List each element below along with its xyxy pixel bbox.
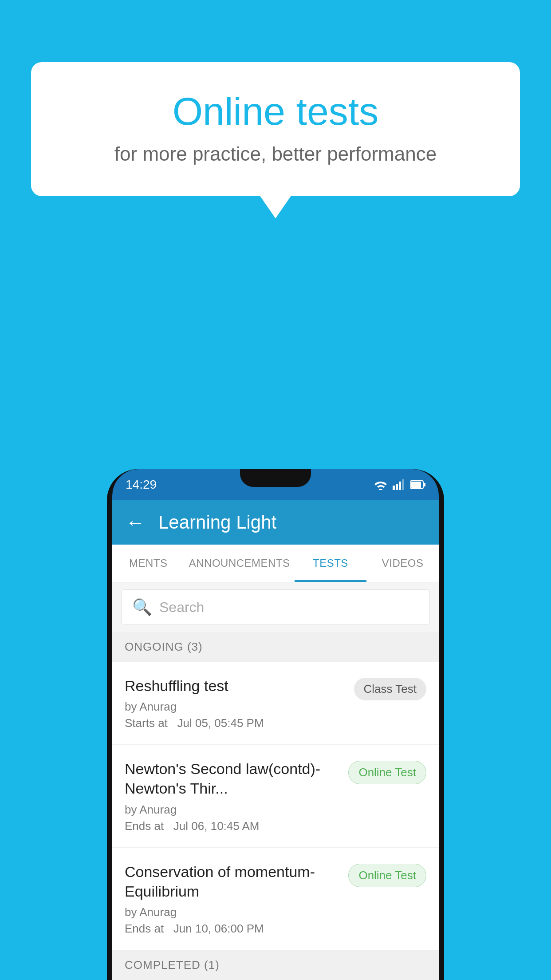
tab-tests[interactable]: TESTS xyxy=(295,545,367,582)
phone-frame: 14:29 xyxy=(107,469,444,980)
search-icon: 🔍 xyxy=(132,598,152,616)
test-author-2: by Anurag xyxy=(125,803,339,817)
speech-bubble-title: Online tests xyxy=(67,89,484,134)
speech-bubble: Online tests for more practice, better p… xyxy=(31,62,520,196)
svg-rect-3 xyxy=(402,479,404,490)
completed-section-header: COMPLETED (1) xyxy=(112,950,439,980)
list-item[interactable]: Newton's Second law(contd)-Newton's Thir… xyxy=(112,745,439,847)
test-info-3: Conservation of momentum-Equilibrium by … xyxy=(125,862,348,936)
app-header: ← Learning Light xyxy=(112,500,439,545)
search-bar[interactable]: 🔍 Search xyxy=(121,589,430,625)
tab-announcements[interactable]: ANNOUNCEMENTS xyxy=(185,545,295,582)
speech-bubble-container: Online tests for more practice, better p… xyxy=(31,62,520,196)
test-title-2: Newton's Second law(contd)-Newton's Thir… xyxy=(125,759,339,798)
svg-rect-5 xyxy=(411,482,421,488)
test-author-1: by Anurag xyxy=(125,700,345,714)
test-badge-2: Online Test xyxy=(348,761,426,784)
status-time: 14:29 xyxy=(126,478,157,492)
test-title-1: Reshuffling test xyxy=(125,676,345,695)
ongoing-section-header: ONGOING (3) xyxy=(112,632,439,662)
search-input[interactable]: Search xyxy=(159,599,204,616)
list-item[interactable]: Reshuffling test by Anurag Starts at Jul… xyxy=(112,662,439,745)
test-info-1: Reshuffling test by Anurag Starts at Jul… xyxy=(125,676,354,730)
list-item[interactable]: Conservation of momentum-Equilibrium by … xyxy=(112,848,439,950)
test-time-1: Starts at Jul 05, 05:45 PM xyxy=(125,716,345,730)
test-info-2: Newton's Second law(contd)-Newton's Thir… xyxy=(125,759,348,833)
test-badge-3: Online Test xyxy=(348,864,426,887)
search-container: 🔍 Search xyxy=(112,582,439,632)
status-bar: 14:29 xyxy=(112,469,439,500)
battery-icon xyxy=(410,480,425,490)
wifi-icon xyxy=(374,479,387,490)
signal-icon xyxy=(393,479,405,490)
test-time-2: Ends at Jul 06, 10:45 AM xyxy=(125,819,339,833)
test-time-3: Ends at Jun 10, 06:00 PM xyxy=(125,922,339,936)
speech-bubble-subtitle: for more practice, better performance xyxy=(67,143,484,165)
tabs-container: MENTS ANNOUNCEMENTS TESTS VIDEOS xyxy=(112,545,439,582)
phone-inner: 14:29 xyxy=(112,469,439,980)
tab-ments[interactable]: MENTS xyxy=(112,545,185,582)
test-author-3: by Anurag xyxy=(125,905,339,919)
test-badge-1: Class Test xyxy=(354,678,426,700)
svg-rect-6 xyxy=(424,483,425,486)
test-title-3: Conservation of momentum-Equilibrium xyxy=(125,862,339,901)
back-button[interactable]: ← xyxy=(126,511,145,533)
svg-rect-0 xyxy=(393,486,395,490)
test-list: Reshuffling test by Anurag Starts at Jul… xyxy=(112,662,439,950)
status-icons xyxy=(374,479,425,490)
svg-rect-2 xyxy=(399,482,401,490)
app-title: Learning Light xyxy=(158,512,276,533)
svg-rect-1 xyxy=(396,484,398,490)
notch xyxy=(240,469,311,487)
tab-videos[interactable]: VIDEOS xyxy=(366,545,439,582)
